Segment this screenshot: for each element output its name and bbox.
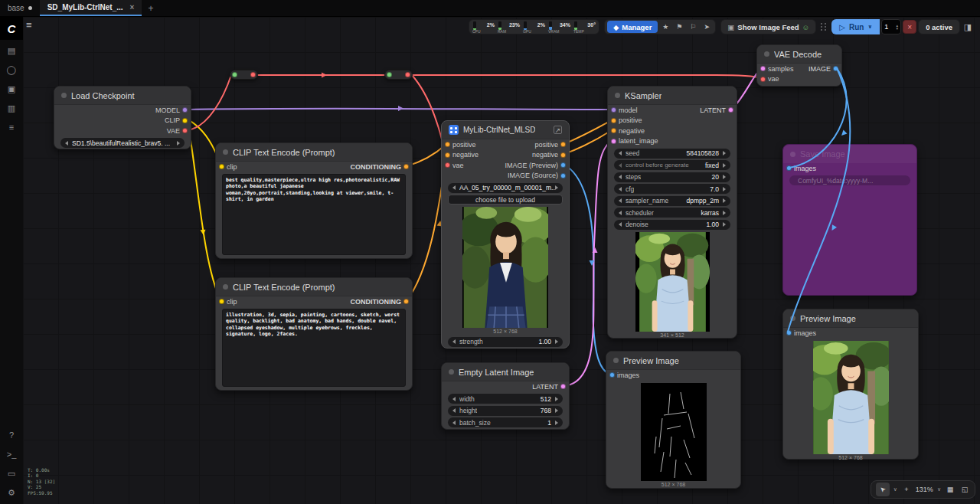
node-ksampler[interactable]: KSampler model LATENT positive negative … <box>607 86 737 339</box>
stepper-left-arrow-icon[interactable] <box>619 198 622 203</box>
collapse-dot[interactable] <box>790 316 795 321</box>
node-titlebar[interactable]: VAE Decode <box>757 45 841 64</box>
node-titlebar[interactable]: Empty Latent Image <box>442 363 569 381</box>
reroute-out-port[interactable] <box>405 72 410 77</box>
negative-prompt-textarea[interactable]: illustration, 3d, sepia, painting, carto… <box>222 309 406 387</box>
node-vae-decode[interactable]: VAE Decode samples IMAGE vae <box>756 44 842 87</box>
steps-widget[interactable]: steps 20 <box>614 172 730 182</box>
latent-output-port[interactable] <box>728 107 733 113</box>
collapse-dot[interactable] <box>449 369 454 375</box>
positive-prompt-textarea[interactable]: best quality,masterpiece,ultra high res,… <box>222 174 406 255</box>
combo-left-arrow-icon[interactable] <box>65 141 68 146</box>
negative-output-port[interactable] <box>560 152 566 158</box>
stepper-right-arrow-icon[interactable] <box>723 198 726 203</box>
reroute-node-1[interactable] <box>230 70 258 80</box>
image-preview-output-port[interactable] <box>560 162 566 168</box>
control-before-generate-widget[interactable]: control before generate fixed <box>614 160 730 170</box>
latent-image-input-port[interactable] <box>611 139 616 144</box>
batch-count-input[interactable]: 1 ▴ ▾ <box>881 19 901 34</box>
stepper-right-arrow-icon[interactable] <box>555 339 558 344</box>
seed-widget[interactable]: seed 584105828 <box>614 149 730 159</box>
run-button[interactable]: ▷ Run ∨ <box>831 19 880 34</box>
stepper-right-arrow-icon[interactable] <box>723 151 726 155</box>
active-jobs-badge[interactable]: 0 active <box>918 19 960 34</box>
workflows-icon[interactable]: ▤ <box>3 42 20 59</box>
ckpt-name-combo[interactable]: SD1.5\beautifulRealistic_brav5. ... <box>60 138 185 148</box>
sampler-name-widget[interactable]: sampler_name dpmpp_2m <box>614 196 730 206</box>
batch-size-widget[interactable]: batch_size 1 <box>448 417 563 427</box>
stepper-left-arrow-icon[interactable] <box>619 187 622 191</box>
stepper-left-arrow-icon[interactable] <box>452 339 456 344</box>
pointer-options-chevron-icon[interactable]: ∨ <box>893 486 897 493</box>
clip-input-port[interactable] <box>219 299 224 304</box>
node-titlebar[interactable]: Load Checkpoint <box>54 87 191 105</box>
negative-input-port[interactable] <box>611 128 616 133</box>
tab-base[interactable]: base <box>0 0 40 16</box>
model-output-port[interactable] <box>182 107 188 113</box>
fit-view-icon[interactable]: + <box>901 483 912 496</box>
cancel-button[interactable]: × <box>903 20 916 34</box>
stepper-right-arrow-icon[interactable] <box>555 397 558 401</box>
stepper-left-arrow-icon[interactable] <box>452 397 456 401</box>
zoom-level[interactable]: 131% <box>916 486 933 493</box>
collapse-dot[interactable] <box>223 149 228 155</box>
canvas-menu-icon[interactable]: ≡ <box>26 19 32 31</box>
stepper-right-arrow-icon[interactable] <box>555 421 558 425</box>
batch-count-steppers[interactable]: ▴ ▾ <box>897 24 899 30</box>
minimap-toggle-icon[interactable]: ◱ <box>959 483 970 496</box>
queue-icon[interactable]: ≡ <box>3 119 20 136</box>
node-preview-image-final[interactable]: Preview Image images 512 × 768 <box>782 309 919 460</box>
flag-outline-icon[interactable]: ⚐ <box>687 21 699 33</box>
combo-right-arrow-icon[interactable] <box>555 185 558 190</box>
positive-input-port[interactable] <box>445 142 450 147</box>
zoom-chevron-icon[interactable]: ∨ <box>937 486 941 493</box>
positive-output-port[interactable] <box>560 142 566 147</box>
comfyui-logo[interactable]: C <box>0 17 23 40</box>
toolbar-drag-grip[interactable] <box>821 23 827 31</box>
node-preview-image-lines[interactable]: Preview Image images 512 × 768 <box>606 351 741 489</box>
stepper-right-arrow-icon[interactable] <box>555 408 558 413</box>
collapse-dot[interactable] <box>615 93 620 98</box>
stepper-right-arrow-icon[interactable] <box>723 163 726 168</box>
denoise-widget[interactable]: denoise 1.00 <box>614 220 730 230</box>
combo-right-arrow-icon[interactable] <box>177 141 180 146</box>
conditioning-output-port[interactable] <box>403 164 409 169</box>
stepper-left-arrow-icon[interactable] <box>619 211 622 215</box>
collapse-dot[interactable] <box>764 51 769 57</box>
node-titlebar[interactable]: Preview Image <box>606 352 740 370</box>
node-titlebar[interactable]: CLIP Text Encode (Prompt) <box>216 278 412 296</box>
stepper-left-arrow-icon[interactable] <box>619 222 622 227</box>
node-titlebar[interactable]: Save Image <box>783 145 916 163</box>
combo-left-arrow-icon[interactable] <box>452 185 456 190</box>
pointer-tool-button[interactable]: ➤ <box>876 483 890 496</box>
images-input-port[interactable] <box>786 330 792 335</box>
negative-input-port[interactable] <box>445 152 450 158</box>
node-titlebar[interactable]: KSampler <box>608 87 737 105</box>
latent-output-port[interactable] <box>560 384 566 389</box>
history-icon[interactable]: ◯ <box>3 61 20 78</box>
close-tab-icon[interactable]: × <box>130 3 135 11</box>
vae-input-port[interactable] <box>760 77 766 82</box>
node-library-icon[interactable]: ▣ <box>3 80 20 97</box>
reroute-out-port[interactable] <box>250 72 256 77</box>
model-input-port[interactable] <box>611 107 616 113</box>
node-load-checkpoint[interactable]: Load Checkpoint MODEL CLIP VAE SD1.5\bea… <box>54 86 191 149</box>
stepper-right-arrow-icon[interactable] <box>723 187 726 191</box>
upload-button[interactable]: choose file to upload <box>448 195 563 205</box>
vae-input-port[interactable] <box>445 162 450 168</box>
node-empty-latent[interactable]: Empty Latent Image LATENT width 512 heig… <box>441 362 570 430</box>
model-library-icon[interactable]: ▥ <box>3 100 20 116</box>
stepper-right-arrow-icon[interactable] <box>723 175 726 179</box>
node-save-image-muted[interactable]: Save Image images ComfyUI_%date:yyyy-M..… <box>782 144 917 296</box>
cfg-widget[interactable]: cfg 7.0 <box>614 184 730 194</box>
filename-prefix-widget[interactable]: ComfyUI_%date:yyyy-M... <box>789 175 910 185</box>
node-titlebar[interactable]: MyLib-CtrlNet_MLSD ↗ <box>442 121 569 139</box>
samples-input-port[interactable] <box>760 66 766 71</box>
image-source-output-port[interactable] <box>560 173 566 178</box>
node-ctrlnet-mlsd[interactable]: MyLib-CtrlNet_MLSD ↗ positive positive n… <box>441 120 570 349</box>
image-output-port[interactable] <box>833 66 838 71</box>
new-tab-button[interactable]: + <box>142 0 159 16</box>
scheduler-widget[interactable]: scheduler karras <box>614 208 730 218</box>
star-icon[interactable]: ★ <box>659 21 671 33</box>
step-down-icon[interactable]: ▾ <box>897 27 899 30</box>
